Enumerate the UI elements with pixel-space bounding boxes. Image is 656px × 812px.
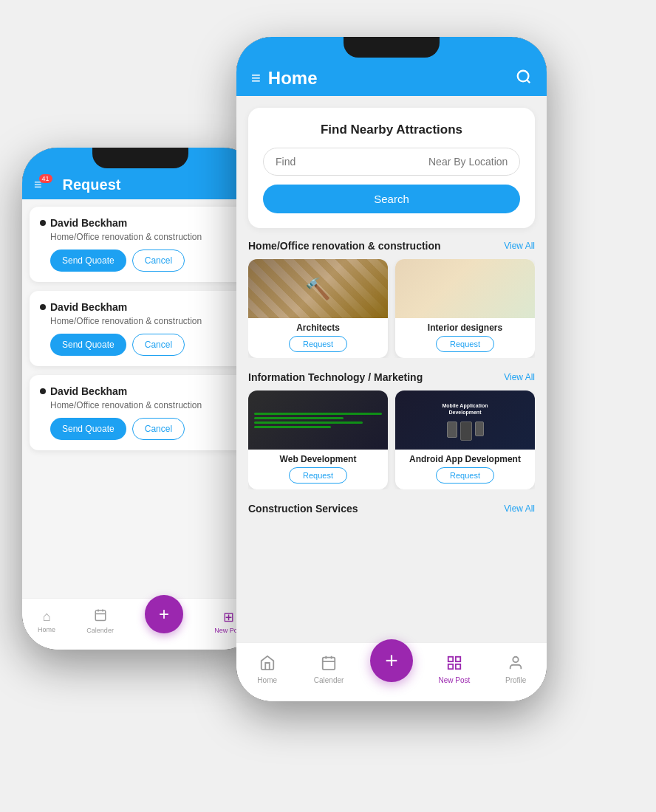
send-quote-btn-3[interactable]: Send Quoate	[50, 418, 126, 440]
svg-rect-0	[95, 610, 106, 621]
back-phone-notch	[92, 148, 188, 168]
back-nav-home[interactable]: ⌂ Home	[38, 609, 55, 633]
phone-icons	[440, 422, 491, 441]
requester-name-1: David Beckham	[40, 217, 241, 229]
category-title-renovation: Home/Office renovation & construction	[248, 240, 441, 252]
back-header-title: Request	[63, 176, 121, 193]
svg-point-4	[518, 70, 529, 81]
view-all-construction[interactable]: View All	[504, 503, 535, 514]
category-item-web: Web Development Request	[248, 390, 388, 489]
code-decoration	[248, 405, 388, 436]
send-quote-btn-2[interactable]: Send Quoate	[50, 334, 126, 356]
front-newpost-icon	[446, 655, 462, 675]
architects-image: 🔨	[248, 259, 388, 318]
cancel-btn-3[interactable]: Cancel	[132, 418, 185, 440]
find-input[interactable]	[264, 148, 417, 175]
view-all-it[interactable]: View All	[504, 372, 535, 382]
architects-label: Architects	[248, 318, 388, 336]
view-all-renovation[interactable]: View All	[504, 241, 535, 251]
back-nav-calendar-label: Calender	[86, 627, 114, 634]
request-card-1: David Beckham Home/Office renovation & c…	[30, 207, 251, 282]
web-dev-image	[248, 390, 388, 450]
back-nav-calendar[interactable]: Calender	[86, 608, 114, 634]
cancel-btn-1[interactable]: Cancel	[132, 250, 185, 272]
code-line-1	[254, 413, 382, 415]
code-line-3	[254, 422, 363, 424]
front-add-button[interactable]: +	[370, 639, 413, 682]
android-image: Mobile ApplicationDevelopment	[395, 390, 535, 450]
android-content: Mobile ApplicationDevelopment	[440, 399, 491, 441]
category-header-renovation: Home/Office renovation & construction Vi…	[248, 240, 535, 252]
front-bottom-nav: Home Calender + New Post	[236, 642, 547, 701]
pencils-decoration	[459, 259, 472, 318]
svg-line-5	[527, 80, 530, 83]
location-input[interactable]	[417, 148, 520, 175]
category-title-construction: Construction Services	[248, 503, 358, 515]
search-card-title: Find Nearby Attractions	[263, 123, 520, 137]
category-title-it: Information Technology / Marketing	[248, 371, 423, 383]
web-dev-label: Web Development	[248, 450, 388, 467]
back-nav-home-label: Home	[38, 626, 55, 633]
code-line-2	[254, 417, 344, 419]
architects-request-btn[interactable]: Request	[289, 336, 347, 352]
notification-badge: 41	[39, 174, 52, 183]
front-nav-profile[interactable]: Profile	[496, 655, 536, 684]
status-dot-2	[40, 304, 46, 310]
request-actions-3: Send Quoate Cancel	[50, 418, 241, 440]
android-request-btn[interactable]: Request	[436, 467, 494, 484]
category-section-it: Information Technology / Marketing View …	[236, 371, 547, 497]
front-home-icon	[259, 655, 276, 675]
front-hamburger-icon[interactable]: ≡	[251, 69, 261, 88]
front-phone: ≡ Home Find Nearby Attractions	[236, 37, 547, 701]
interior-label: Interior designers	[395, 318, 535, 336]
search-button[interactable]: Search	[263, 185, 520, 213]
svg-rect-12	[448, 664, 453, 668]
home-icon: ⌂	[43, 609, 51, 625]
back-add-button[interactable]: +	[145, 595, 183, 633]
front-nav-newpost[interactable]: New Post	[434, 655, 474, 684]
front-nav-calendar[interactable]: Calender	[309, 655, 349, 684]
category-section-construction: Construction Services View All	[236, 503, 547, 529]
search-card: Find Nearby Attractions Search	[248, 108, 535, 228]
header-search-icon[interactable]	[516, 69, 532, 89]
search-inputs	[263, 148, 520, 176]
svg-rect-6	[323, 657, 335, 670]
front-calendar-icon	[321, 655, 337, 675]
request-card-3: David Beckham Home/Office renovation & c…	[30, 375, 251, 450]
svg-rect-13	[456, 664, 460, 668]
front-nav-calendar-label: Calender	[314, 676, 344, 684]
front-nav-profile-label: Profile	[505, 676, 526, 684]
back-phone: ≡ 41 Request David Beckham Home/Office r…	[22, 148, 259, 650]
category-item-architects: 🔨 Architects Request	[248, 259, 388, 358]
phone-icon-1	[447, 422, 457, 438]
requester-name-2: David Beckham	[40, 301, 241, 313]
category-item-interior: Interior designers Request	[395, 259, 535, 358]
android-overlay-text: Mobile ApplicationDevelopment	[440, 399, 491, 419]
request-desc-2: Home/Office renovation & construction	[50, 316, 241, 326]
status-dot-1	[40, 220, 46, 226]
web-dev-request-btn[interactable]: Request	[289, 467, 347, 484]
plus-icon: +	[159, 604, 169, 625]
send-quote-btn-1[interactable]: Send Quoate	[50, 250, 126, 272]
category-header-construction: Construction Services View All	[248, 503, 535, 515]
front-nav-home[interactable]: Home	[247, 655, 287, 684]
phone-icon-2	[460, 422, 472, 441]
phone-icon-3	[475, 422, 484, 436]
front-nav-home-label: Home	[257, 676, 277, 684]
cancel-btn-2[interactable]: Cancel	[132, 334, 185, 356]
request-desc-1: Home/Office renovation & construction	[50, 232, 241, 242]
interior-request-btn[interactable]: Request	[436, 336, 494, 352]
renovation-items: 🔨 Architects Request	[248, 259, 535, 358]
front-header-left: ≡ Home	[251, 68, 318, 89]
request-actions-1: Send Quoate Cancel	[50, 250, 241, 272]
svg-rect-10	[448, 656, 453, 661]
code-line-4	[254, 426, 331, 428]
interior-image	[395, 259, 535, 318]
calendar-icon	[94, 608, 107, 625]
front-content: Find Nearby Attractions Search Home/Offi…	[236, 96, 547, 642]
status-dot-3	[40, 388, 46, 394]
front-phone-notch	[344, 37, 440, 58]
svg-rect-11	[456, 656, 460, 661]
front-profile-icon	[508, 655, 524, 675]
request-actions-2: Send Quoate Cancel	[50, 334, 241, 356]
